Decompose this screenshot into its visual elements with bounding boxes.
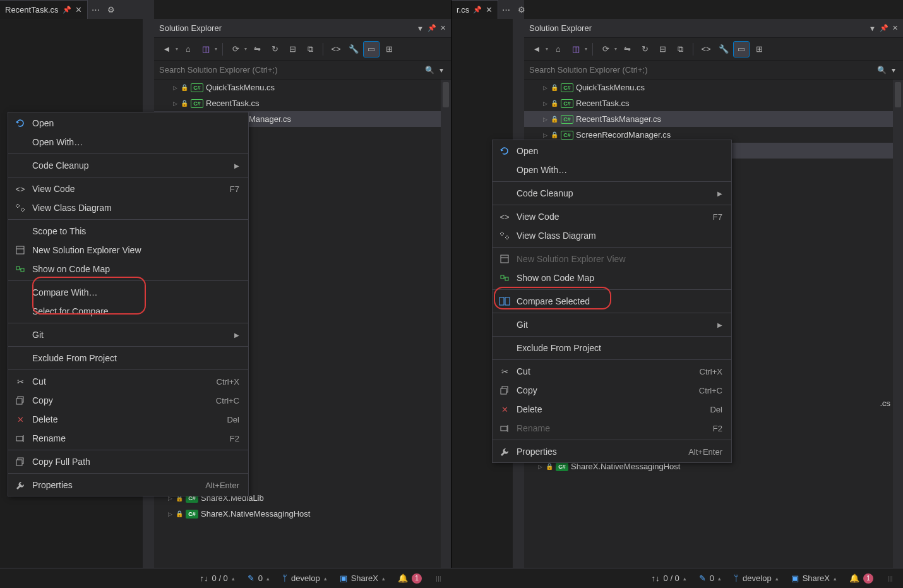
close-icon[interactable]: ✕	[75, 5, 82, 15]
ctx-exclude-from-project[interactable]: Exclude From Project	[493, 339, 731, 357]
pin-window-icon[interactable]: 📌	[880, 24, 888, 32]
ctx-git[interactable]: Git ▶	[493, 315, 731, 334]
tree-item[interactable]: ▷🔒C#RecentTask.cs	[524, 95, 903, 111]
pin-icon[interactable]: 📌	[473, 6, 482, 14]
collapse-icon[interactable]: ⊟	[655, 42, 670, 57]
search-dropdown-icon[interactable]: ▾	[437, 66, 446, 75]
ctx-properties[interactable]: Properties Alt+Enter	[8, 476, 248, 495]
repo-indicator[interactable]: ▣ ShareX ▴	[340, 573, 385, 583]
ctx-rename[interactable]: Rename F2	[8, 429, 248, 448]
ctx-copy[interactable]: Copy Ctrl+C	[493, 381, 731, 400]
expand-icon[interactable]: ▷	[542, 116, 548, 123]
changes-counter[interactable]: ✎ 0 ▴	[699, 573, 721, 583]
graph-icon[interactable]: ⫼	[434, 573, 443, 583]
ctx-code-cleanup[interactable]: Code Cleanup ▶	[8, 156, 248, 175]
context-menu-left[interactable]: Open Open With… Code Cleanup ▶ <> View C…	[8, 112, 249, 496]
ctx-cut[interactable]: ✂ Cut Ctrl+X	[8, 372, 248, 391]
expand-icon[interactable]: ▷	[542, 100, 548, 107]
ctx-open[interactable]: Open	[8, 114, 248, 133]
pin-icon[interactable]: 📌	[63, 6, 71, 14]
ctx-view-code[interactable]: <> View Code F7	[493, 207, 731, 226]
ctx-view-class-diagram[interactable]: View Class Diagram	[8, 198, 248, 217]
branch-indicator[interactable]: ᛘ develop ▴	[734, 573, 779, 583]
filter-icon[interactable]: ⇋	[619, 42, 635, 57]
refresh-icon[interactable]: ↻	[267, 42, 282, 57]
switch-view-icon[interactable]: ◫	[568, 42, 583, 57]
expand-icon[interactable]: ▷	[167, 511, 173, 517]
ctx-show-on-code-map[interactable]: Show on Code Map	[493, 268, 731, 287]
search-icon[interactable]: 🔍	[422, 66, 437, 75]
show-all-icon[interactable]: ⧉	[302, 42, 318, 57]
search-input[interactable]	[159, 65, 422, 75]
home-icon[interactable]: ⌂	[551, 42, 566, 57]
search-dropdown-icon[interactable]: ▾	[889, 66, 898, 75]
ctx-view-code[interactable]: <> View Code F7	[8, 179, 248, 198]
context-menu-right[interactable]: Open Open With… Code Cleanup ▶ <> View C…	[492, 140, 732, 463]
ctx-select-for-compare[interactable]: Select for Compare	[8, 302, 248, 321]
ctx-compare-selected[interactable]: Compare Selected	[493, 292, 731, 311]
ctx-view-class-diagram[interactable]: View Class Diagram	[493, 226, 731, 245]
close-window-icon[interactable]: ✕	[892, 24, 898, 32]
scrollbar[interactable]	[893, 80, 903, 572]
search-icon[interactable]: 🔍	[875, 66, 889, 75]
ctx-copy-full-path[interactable]: Copy Full Path	[8, 452, 248, 471]
dropdown-icon[interactable]: ▼	[869, 25, 876, 32]
tab-gear-icon[interactable]: ⚙	[514, 5, 529, 15]
ctx-new-solution-explorer-view[interactable]: New Solution Explorer View	[8, 241, 248, 260]
expand-icon[interactable]: ▷	[172, 85, 178, 91]
ctx-open[interactable]: Open	[493, 141, 731, 160]
preview-icon[interactable]: ▭	[734, 42, 749, 57]
ctx-delete[interactable]: ✕ Delete Del	[8, 410, 248, 429]
tab-overflow-icon[interactable]: ⋯	[88, 5, 104, 15]
wrench-icon[interactable]: 🔧	[346, 42, 361, 57]
tree-item[interactable]: ▷🔒C#RecentTask.cs	[154, 95, 451, 111]
hierarchy-icon[interactable]: ⊞	[381, 42, 397, 57]
ctx-open-with-[interactable]: Open With…	[8, 133, 248, 152]
dropdown-icon[interactable]: ▼	[417, 25, 424, 32]
expand-icon[interactable]: ▷	[542, 85, 548, 91]
close-window-icon[interactable]: ✕	[440, 24, 446, 32]
scrollbar[interactable]	[441, 80, 451, 572]
updown-counter[interactable]: ↑↓ 0 / 0 ▴	[652, 573, 686, 583]
hierarchy-icon[interactable]: ⊞	[751, 42, 767, 57]
tab-rcs[interactable]: r.cs 📌 ✕	[452, 0, 498, 19]
notifications-button[interactable]: 🔔1	[849, 573, 873, 584]
tree-item[interactable]: ▷🔒C#ShareX.NativeMessagingHost	[154, 506, 451, 522]
repo-indicator[interactable]: ▣ ShareX ▴	[791, 573, 837, 583]
ctx-delete[interactable]: ✕ Delete Del	[493, 400, 731, 419]
wrench-icon[interactable]: 🔧	[716, 42, 731, 57]
preview-icon[interactable]: ▭	[364, 42, 379, 57]
graph-icon[interactable]: ⫼	[886, 573, 894, 583]
sync-icon[interactable]: ⟳	[228, 42, 243, 57]
tab-overflow-icon[interactable]: ⋯	[498, 5, 514, 15]
ctx-git[interactable]: Git ▶	[8, 325, 248, 344]
refresh-icon[interactable]: ↻	[637, 42, 652, 57]
code-icon[interactable]: <>	[328, 42, 344, 57]
ctx-compare-with-[interactable]: Compare With…	[8, 283, 248, 302]
branch-indicator[interactable]: ᛘ develop ▴	[282, 573, 327, 583]
tree-item[interactable]: ▷🔒C#QuickTaskMenu.cs	[524, 80, 903, 95]
ctx-exclude-from-project[interactable]: Exclude From Project	[8, 349, 248, 368]
ctx-show-on-code-map[interactable]: Show on Code Map	[8, 260, 248, 279]
home-icon[interactable]: ⌂	[181, 42, 196, 57]
solution-search[interactable]: 🔍 ▾	[524, 61, 903, 80]
show-all-icon[interactable]: ⧉	[673, 42, 688, 57]
ctx-code-cleanup[interactable]: Code Cleanup ▶	[493, 184, 731, 203]
expand-icon[interactable]: ▷	[537, 464, 543, 470]
ctx-new-solution-explorer-view[interactable]: New Solution Explorer View	[493, 249, 731, 268]
ctx-cut[interactable]: ✂ Cut Ctrl+X	[493, 362, 731, 381]
close-icon[interactable]: ✕	[486, 5, 493, 15]
ctx-scope-to-this[interactable]: Scope to This	[8, 222, 248, 241]
ctx-properties[interactable]: Properties Alt+Enter	[493, 442, 731, 461]
pin-window-icon[interactable]: 📌	[428, 24, 436, 32]
expand-icon[interactable]: ▷	[542, 132, 548, 138]
ctx-open-with-[interactable]: Open With…	[493, 160, 731, 179]
switch-view-icon[interactable]: ◫	[198, 42, 213, 57]
updown-counter[interactable]: ↑↓ 0 / 0 ▴	[200, 573, 235, 583]
code-icon[interactable]: <>	[698, 42, 714, 57]
sync-icon[interactable]: ⟳	[598, 42, 613, 57]
filter-icon[interactable]: ⇋	[249, 42, 265, 57]
tree-item[interactable]: ▷🔒C#QuickTaskMenu.cs	[154, 80, 451, 95]
collapse-icon[interactable]: ⊟	[285, 42, 300, 57]
changes-counter[interactable]: ✎ 0 ▴	[248, 573, 270, 583]
